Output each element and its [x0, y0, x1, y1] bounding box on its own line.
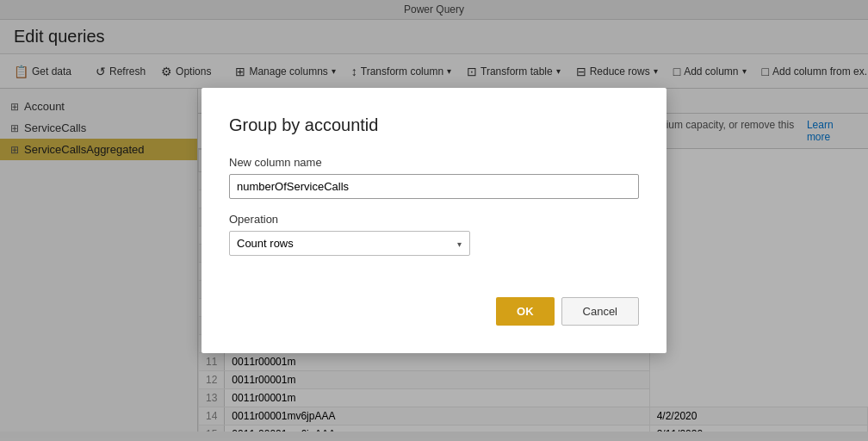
- operation-group: Operation Count rowsSumAverageMinMax ▾: [229, 213, 639, 256]
- group-by-modal: Group by accountid New column name Opera…: [202, 88, 666, 353]
- new-column-name-group: New column name: [229, 156, 639, 199]
- operation-select-wrapper: Count rowsSumAverageMinMax ▾: [229, 231, 470, 256]
- new-column-name-input[interactable]: [229, 174, 639, 199]
- modal-title: Group by accountid: [229, 115, 639, 135]
- new-column-name-label: New column name: [229, 156, 639, 169]
- cancel-button[interactable]: Cancel: [561, 297, 639, 326]
- modal-overlay: Group by accountid New column name Opera…: [0, 0, 868, 441]
- ok-button[interactable]: OK: [496, 297, 555, 326]
- operation-select[interactable]: Count rowsSumAverageMinMax: [229, 231, 470, 256]
- modal-footer: OK Cancel: [229, 297, 639, 326]
- operation-label: Operation: [229, 213, 639, 226]
